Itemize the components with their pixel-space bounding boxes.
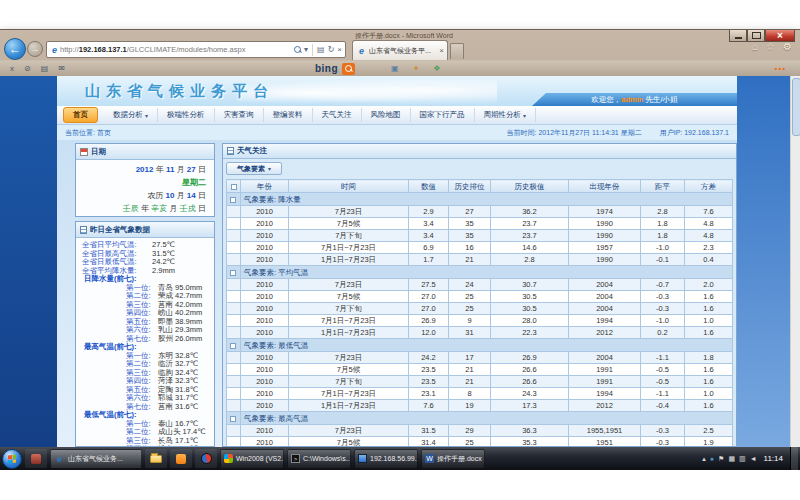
table-cell: 2.8: [491, 254, 569, 266]
table-cell: 2.5: [685, 425, 733, 437]
highlight-icon[interactable]: ✦: [413, 64, 420, 73]
section-title[interactable]: 气象要素: 最低气温: [241, 339, 733, 352]
row-checkbox-cell: [227, 291, 241, 303]
show-desktop-button[interactable]: [790, 447, 798, 470]
row-checkbox-cell: [227, 425, 241, 437]
wallet-icon[interactable]: ▣: [391, 64, 399, 73]
tools-gear-icon[interactable]: ⚙: [783, 41, 792, 52]
select-all-checkbox[interactable]: [231, 184, 237, 190]
menu-item-disaster-query[interactable]: 灾害查询: [215, 108, 264, 122]
column-header: 数值: [409, 180, 449, 193]
safety-icon[interactable]: ●: [710, 455, 714, 462]
start-button[interactable]: [2, 449, 22, 469]
share-icon[interactable]: ❖: [433, 64, 440, 73]
display-icon[interactable]: ▦: [728, 455, 735, 463]
flag-icon[interactable]: ⚑: [718, 455, 724, 463]
taskbar-window-button[interactable]: >C:\Windows\s...: [287, 449, 351, 468]
table-cell: -1.1: [641, 352, 685, 364]
menu-item-home[interactable]: 首页: [63, 107, 98, 123]
table-cell: 1.6: [685, 364, 733, 376]
table-cell: 7月5候: [289, 437, 409, 447]
section-title[interactable]: 气象要素: 降水量: [241, 193, 733, 206]
page-right-margin: [737, 76, 790, 447]
stat-value: 2.9mm: [152, 267, 175, 276]
menu-item-national-products[interactable]: 国家下行产品: [411, 108, 475, 122]
row-checkbox-cell: [227, 352, 241, 364]
breadcrumb: 当前位置: 首页: [65, 128, 111, 138]
media-app-icon[interactable]: [170, 449, 192, 468]
table-cell: 36.3: [491, 425, 569, 437]
show-hidden-icons[interactable]: ▴: [702, 455, 706, 463]
header-checkbox-cell: [227, 180, 241, 193]
address-bar[interactable]: e http://192.168.137.1/GLCCLIMATE/module…: [46, 41, 346, 58]
section-checkbox[interactable]: [230, 197, 236, 203]
browser-tab[interactable]: e 山东省气候业务平... ×: [352, 40, 448, 60]
table-cell: -0.5: [641, 364, 685, 376]
new-tab-button[interactable]: [450, 43, 464, 59]
taskbar-ie-button[interactable]: e 山东省气候业务...: [50, 449, 142, 468]
bing-search-button[interactable]: [342, 63, 355, 75]
page-scrollbar[interactable]: [790, 76, 800, 447]
taskbar-window-button[interactable]: W操作手册.docx -...: [421, 449, 485, 468]
table-cell: 2010: [241, 254, 289, 266]
tab-close-icon[interactable]: ×: [439, 46, 444, 55]
column-header: 距平: [641, 180, 685, 193]
search-dropdown-icon[interactable]: ▾: [304, 45, 308, 54]
taskbar-window-button[interactable]: Win2008 (VS2...: [220, 449, 284, 468]
more-options-icon[interactable]: •••: [775, 64, 786, 73]
menu-item-compiled-data[interactable]: 整编资料: [264, 108, 313, 122]
volume-icon[interactable]: ◄: [750, 455, 757, 462]
table-row: 20107月5候3.43523.719901.84.8: [227, 218, 733, 230]
table-cell: 7月1日~7月23日: [289, 388, 409, 400]
table-cell: 30.5: [491, 303, 569, 315]
compatibility-icon[interactable]: ⊘: [24, 64, 31, 73]
section-title[interactable]: 气象要素: 平均气温: [241, 266, 733, 279]
table-cell: 16: [449, 242, 491, 254]
table-cell: 24.2: [409, 352, 449, 364]
menu-item-label: 风险地图: [371, 110, 401, 120]
forward-button[interactable]: →: [27, 41, 43, 57]
table-cell: 1994: [569, 315, 641, 327]
table-cell: -0.3: [641, 425, 685, 437]
taskbar-window-button[interactable]: 192.168.56.99...: [354, 449, 418, 468]
element-filter-button[interactable]: 气象要素 ▾: [226, 162, 282, 175]
table-cell: 7月23日: [289, 425, 409, 437]
stop-icon[interactable]: ×: [337, 45, 342, 54]
column-header: 方差: [685, 180, 733, 193]
browser-app-icon[interactable]: [195, 449, 217, 468]
menu-item-weather-focus[interactable]: 天气关注: [313, 108, 362, 122]
taskbar-clock[interactable]: 11:14: [762, 454, 787, 463]
section-title[interactable]: 气象要素: 最高气温: [241, 412, 733, 425]
section-checkbox[interactable]: [230, 416, 236, 422]
search-icon[interactable]: [294, 46, 301, 53]
menu-item-risk-map[interactable]: 风险地图: [362, 108, 411, 122]
close-toolbar-icon[interactable]: x: [10, 64, 14, 73]
refresh-icon[interactable]: ↻: [328, 45, 335, 54]
table-cell: 14.6: [491, 242, 569, 254]
table-cell: -1.1: [641, 388, 685, 400]
back-button[interactable]: ←: [4, 38, 26, 60]
table-cell: -1.0: [641, 315, 685, 327]
date-line-ganzhi: 壬辰 年 辛亥 月 壬戌 日: [80, 202, 206, 215]
home-icon[interactable]: ⌂: [752, 41, 758, 52]
ie-favicon: e: [52, 45, 57, 55]
menu-item-extreme-analysis[interactable]: 极端性分析: [158, 108, 215, 122]
table-cell: 26.9: [409, 315, 449, 327]
table-row: 20101月1日~7月23日12.03122.320120.21.6: [227, 327, 733, 339]
scrollbar-thumb[interactable]: [792, 78, 800, 136]
section-checkbox[interactable]: [230, 270, 236, 276]
section-checkbox[interactable]: [230, 343, 236, 349]
menu-item-data-analysis[interactable]: 数据分析▾: [104, 108, 158, 122]
table-row: 20107月23日24.21726.92004-1.11.8: [227, 352, 733, 364]
compatibility-view-icon[interactable]: ▤: [317, 45, 325, 54]
favorites-star-icon[interactable]: ☆: [766, 41, 775, 52]
pinned-app-icon[interactable]: [25, 449, 47, 468]
network-icon[interactable]: ▥: [739, 455, 746, 463]
mail-icon[interactable]: ✉: [58, 64, 65, 73]
menu-item-periodic-analysis[interactable]: 周期性分析▾: [475, 108, 537, 122]
explorer-icon[interactable]: [145, 449, 167, 468]
table-cell: 1.8: [641, 230, 685, 242]
card-reader-icon[interactable]: ▤: [41, 64, 49, 73]
term-icon: >: [291, 454, 300, 463]
page-content: 山东省气候业务平台 欢迎您，admin 先生/小姐 首页数据分析▾极端性分析灾害…: [57, 76, 737, 447]
